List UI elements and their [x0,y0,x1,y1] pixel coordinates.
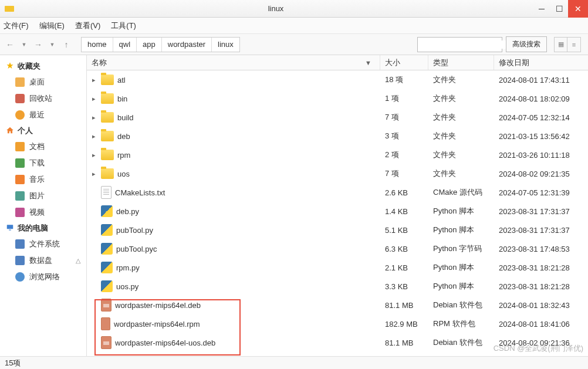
expand-icon[interactable]: ▸ [90,151,97,159]
file-size-cell: 2.6 KB [380,188,428,197]
file-row[interactable]: ▸rpm 2 项 文件夹 2021-03-26 10:11:18 [87,145,588,164]
file-name-cell: wordpaster-mips64el.rpm [87,317,380,330]
file-size-cell: 3 项 [380,131,428,141]
crumb-home[interactable]: home [82,38,113,52]
file-date-cell: 2024-08-02 09:21:35 [494,170,588,178]
expand-icon[interactable]: ▸ [90,133,97,140]
view-list-button[interactable]: ≡ [567,38,580,52]
folder-icon [101,168,114,179]
file-size-cell: 2 项 [380,150,428,160]
watermark: CSDN @全武凌(荆门泽优) [494,343,583,354]
back-dropdown[interactable]: ▼ [19,42,29,48]
file-date-cell: 2024-07-05 12:31:39 [494,188,588,197]
sidebar-item[interactable]: 音乐 [0,171,86,188]
forward-button[interactable]: → [33,40,43,49]
python-file-icon [101,243,113,255]
file-name: wordpaster-mips64el-uos.deb [115,338,215,347]
file-name-cell: ▸rpm [87,150,380,160]
sidebar-item-label: 视频 [29,207,45,218]
crumb-qwl[interactable]: qwl [113,38,137,52]
file-date-cell: 2023-08-31 18:21:28 [494,263,588,272]
file-row[interactable]: deb.py 1.4 KB Python 脚本 2023-08-31 17:31… [87,202,588,221]
file-type-cell: 文件夹 [428,131,494,141]
forward-dropdown[interactable]: ▼ [47,42,58,48]
sidebar-item[interactable]: 文档 [0,138,86,155]
python-file-icon [101,224,113,236]
sidebar-item-label: 文档 [29,141,45,152]
file-row[interactable]: wordpaster-mips64el.deb 81.1 MB Debian 软… [87,296,588,314]
search-input[interactable] [418,40,513,49]
column-name[interactable]: 名称▼ [87,55,380,70]
maximize-button[interactable]: ☐ [550,0,568,18]
file-row[interactable]: wordpaster-mips64el.rpm 182.9 MB RPM 软件包… [87,314,588,333]
column-date[interactable]: 修改日期 [494,55,588,70]
file-name: CMakeLists.txt [115,188,165,197]
sidebar-item[interactable]: 视频 [0,204,86,221]
file-row[interactable]: pubTool.py 5.1 KB Python 脚本 2023-08-31 1… [87,221,588,239]
expand-icon[interactable]: ▸ [90,76,97,84]
sidebar-item-label: 最近 [29,110,45,120]
file-row[interactable]: ▸build 7 项 文件夹 2024-07-05 12:32:14 [87,108,588,127]
file-row[interactable]: ▸atl 18 项 文件夹 2024-08-01 17:43:11 [87,70,588,89]
view-icons-button[interactable]: ▦ [555,38,567,52]
advanced-search-button[interactable]: 高级搜索 [506,36,547,52]
file-row[interactable]: CMakeLists.txt 2.6 KB CMake 源代码 2024-07-… [87,183,588,202]
file-row[interactable]: ▸uos 7 项 文件夹 2024-08-02 09:21:35 [87,164,588,183]
file-row[interactable]: rpm.py 2.1 KB Python 脚本 2023-08-31 18:21… [87,258,588,277]
expand-icon[interactable]: ▸ [90,114,97,121]
file-name-cell: pubTool.py [87,224,380,236]
sidebar-item[interactable]: 下载 [0,155,86,171]
expand-icon[interactable]: ▸ [90,170,97,178]
file-type-cell: Python 字节码 [428,243,494,254]
sidebar-item[interactable]: 最近 [0,107,86,123]
file-size-cell: 1 项 [380,93,428,104]
search-box [417,37,502,52]
ic-trash-icon [15,94,25,103]
expand-icon[interactable]: ▸ [90,95,97,103]
sidebar: 收藏夹 桌面回收站最近 个人 文档下载音乐图片视频 我的电脑 文件系统数据盘△浏… [0,55,87,356]
file-type-cell: Python 脚本 [428,206,494,216]
file-size-cell: 81.1 MB [380,301,428,310]
ic-data-icon [15,256,25,265]
file-date-cell: 2021-03-15 13:56:42 [494,132,588,141]
file-row[interactable]: ▸bin 1 项 文件夹 2024-08-01 18:02:09 [87,89,588,108]
sidebar-item[interactable]: 数据盘△ [0,252,86,269]
sidebar-item[interactable]: 图片 [0,188,86,204]
crumb-linux[interactable]: linux [212,38,239,52]
python-file-icon [101,262,113,273]
sidebar-item[interactable]: 浏览网络 [0,269,86,285]
file-type-cell: Python 脚本 [428,262,494,273]
toolbar: ← ▼ → ▼ ↑ home qwl app wordpaster linux … [0,34,588,55]
sidebar-item-label: 回收站 [29,93,52,104]
menu-view[interactable]: 查看(V) [75,21,100,31]
sidebar-item[interactable]: 回收站 [0,90,86,107]
python-file-icon [101,205,113,217]
menu-tools[interactable]: 工具(T) [111,21,136,31]
sidebar-item[interactable]: 文件系统 [0,236,86,252]
minimize-button[interactable]: ─ [533,0,550,18]
file-row[interactable]: pubTool.pyc 6.3 KB Python 字节码 2023-08-31… [87,239,588,258]
file-name: wordpaster-mips64el.rpm [114,320,200,329]
back-button[interactable]: ← [5,40,15,49]
ic-pic-icon [15,191,25,201]
menu-file[interactable]: 文件(F) [4,21,29,31]
file-name-cell: deb.py [87,205,380,217]
menu-edit[interactable]: 编辑(E) [39,21,65,31]
crumb-app[interactable]: app [137,38,162,52]
file-size-cell: 7 项 [380,112,428,123]
file-size-cell: 6.3 KB [380,245,428,253]
breadcrumb: home qwl app wordpaster linux [81,37,240,52]
file-row[interactable]: ▸deb 3 项 文件夹 2021-03-15 13:56:42 [87,127,588,145]
statusbar: 15项 [0,356,588,369]
close-button[interactable]: ✕ [568,0,588,18]
sidebar-item[interactable]: 桌面 [0,74,86,90]
column-size[interactable]: 大小 [380,55,428,70]
crumb-wordpaster[interactable]: wordpaster [162,38,212,52]
file-row[interactable]: uos.py 3.3 KB Python 脚本 2023-08-31 18:21… [87,277,588,296]
sidebar-item-label: 桌面 [29,77,45,87]
file-name: uos [117,170,130,178]
up-button[interactable]: ↑ [61,40,72,49]
column-type[interactable]: 类型 [428,55,494,70]
eject-icon[interactable]: △ [76,257,80,265]
computer-icon [6,224,14,233]
